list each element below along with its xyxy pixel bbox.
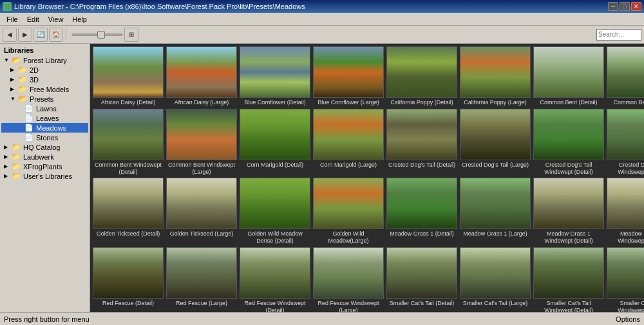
search-input[interactable] [596,29,641,41]
thumb-label: Red Fescue Windswept (Detail) [240,300,310,312]
thumb-image [240,109,310,160]
zoom-slider[interactable] [71,33,123,36]
folder-icon: 📁 [12,143,21,151]
view-mode-button[interactable]: ⊞ [124,28,138,42]
tree-label: 3D [30,76,39,84]
back-button[interactable]: ◀ [3,28,17,42]
tree-item-lawns[interactable]: 📄Lawns [1,104,88,113]
thumb-label: Blue Cornflower (Detail) [244,99,306,106]
expand-icon: ▶ [4,163,10,169]
thumb-item[interactable]: Smaller Cat's Tail Windswept (Detail) [533,247,604,312]
thumb-item[interactable]: Red Fescue Windswept (Large) [313,247,384,312]
thumb-item[interactable]: Blue Cornflower (Large) [313,46,384,106]
expand-icon: ▶ [4,154,10,160]
thumb-label: Meadow Grass 1 Windswept (Detail) [533,230,604,245]
thumb-item[interactable]: Golden Tickseed (Large) [166,178,237,245]
maximize-button[interactable]: □ [620,2,630,11]
thumb-item[interactable]: Smaller Cat's Tail (Detail) [386,247,457,312]
thumb-label: Meadow Grass 1 Windswept (Large) [607,230,644,245]
thumb-item[interactable]: Common Bent Windswept (Detail) [93,109,164,176]
thumb-label: California Poppy (Detail) [390,99,453,106]
thumb-item[interactable]: Crested Dog's Tail Windswept (Large) [607,109,644,176]
tree-item-laubwerk[interactable]: ▶📁Laubwerk [1,152,88,162]
minimize-button[interactable]: ─ [608,2,618,11]
thumb-item[interactable]: Smaller Cat's Tail Windswept (Large) [607,247,644,312]
tree-item-forest-library[interactable]: ▼📂Forest Library [1,55,88,65]
tree-item-users-libraries[interactable]: ▶📁User's Libraries [1,171,88,181]
tree-item-meadows[interactable]: 📄Meadows [1,123,88,133]
thumb-label: Common Bent (Large) [613,99,644,106]
thumb-image [460,178,531,229]
tree-item-3d[interactable]: ▶📁3D [1,75,88,84]
thumb-item[interactable]: Meadow Grass 1 Windswept (Detail) [533,178,604,245]
forward-button[interactable]: ▶ [18,28,32,42]
thumb-item[interactable]: Crested Dog's Tail Windswept (Detail) [533,109,604,176]
thumb-label: California Poppy (Large) [464,99,527,106]
thumb-label: Crested Dog's Tail (Large) [462,162,529,169]
thumb-item[interactable]: Crested Dog's Tail (Detail) [386,109,457,176]
menu-view[interactable]: View [44,14,68,24]
thumb-image [386,109,457,160]
thumb-item[interactable]: Golden Tickseed (Detail) [93,178,164,245]
tree-item-hq-catalog[interactable]: ▶📁HQ Catalog [1,142,88,152]
expand-icon: ▶ [10,77,17,82]
thumb-item[interactable]: Golden Wild Meadow(Large) [313,178,384,245]
thumb-label: Meadow Grass 1 (Detail) [390,230,454,237]
titlebar-left: 🌿 Library Browser - C:\Program Files (x8… [3,2,305,11]
thumb-image [533,46,604,98]
tree-item-2d[interactable]: ▶📁2D [1,65,88,75]
tree-label: Laubwerk [23,153,54,161]
thumb-image [533,247,604,299]
thumb-label: Crested Dog's Tail (Detail) [388,162,455,169]
tree-item-presets[interactable]: ▼📂Presets [1,94,88,104]
thumb-label: Corn Marigold (Large) [320,162,377,169]
expand-icon: ▶ [10,86,17,92]
thumb-item[interactable]: California Poppy (Detail) [386,46,457,106]
folder-icon: 📁 [18,66,27,74]
thumb-image [533,109,604,160]
thumb-item[interactable]: Golden Wild Meadow Dense (Detail) [240,178,310,245]
close-button[interactable]: ✕ [631,2,641,11]
status-right[interactable]: Options [616,315,640,323]
thumb-image [166,46,237,98]
expand-icon: ▶ [10,67,17,73]
thumb-label: African Daisy (Large) [175,99,229,106]
thumb-item[interactable]: Smaller Cat's Tail (Large) [460,247,531,312]
thumb-item[interactable]: Corn Marigold (Detail) [240,109,310,176]
thumb-item[interactable]: Meadow Grass 1 (Detail) [386,178,457,245]
tree-item-free-models[interactable]: ▶📁Free Models [1,84,88,94]
folder-open-icon: 📂 [12,56,21,64]
tree-item-leaves[interactable]: 📄Leaves [1,113,88,123]
file-icon: 📄 [24,133,33,142]
tree-item-stones[interactable]: 📄Stones [1,133,88,142]
thumb-item[interactable]: Blue Cornflower (Detail) [240,46,310,106]
thumb-item[interactable]: Corn Marigold (Large) [313,109,384,176]
home-button[interactable]: 🏠 [49,28,63,42]
thumb-item[interactable]: Common Bent Windswept (Large) [166,109,237,176]
thumb-item[interactable]: Red Fescue (Detail) [93,247,164,312]
file-icon: 📄 [24,104,33,113]
slider-thumb [97,31,105,39]
thumb-item[interactable]: California Poppy (Large) [460,46,531,106]
refresh-button[interactable]: 🔄 [33,28,48,42]
thumb-item[interactable]: Common Bent (Large) [607,46,644,106]
thumb-label: Red Fescue (Large) [176,300,227,307]
folder-open-icon: 📂 [18,95,27,103]
menu-file[interactable]: File [3,14,22,24]
thumb-item[interactable]: Meadow Grass 1 (Large) [460,178,531,245]
folder-icon: 📁 [18,85,27,93]
thumb-item[interactable]: Red Fescue Windswept (Detail) [240,247,310,312]
tree-label: Leaves [36,115,59,122]
thumb-item[interactable]: Common Bent (Detail) [533,46,604,106]
thumb-item[interactable]: African Daisy (Large) [166,46,237,106]
thumb-item[interactable]: Meadow Grass 1 Windswept (Large) [607,178,644,245]
tree-item-xfrogplants[interactable]: ▶📁XFrogPlants [1,162,88,171]
thumb-item[interactable]: African Daisy (Detail) [93,46,164,106]
thumb-item[interactable]: Crested Dog's Tail (Large) [460,109,531,176]
menu-help[interactable]: Help [68,14,91,24]
thumb-item[interactable]: Red Fescue (Large) [166,247,237,312]
menu-edit[interactable]: Edit [23,14,43,24]
thumb-label: Golden Tickseed (Large) [170,230,234,237]
thumb-image [240,178,310,229]
tree-label: Presets [30,95,53,103]
